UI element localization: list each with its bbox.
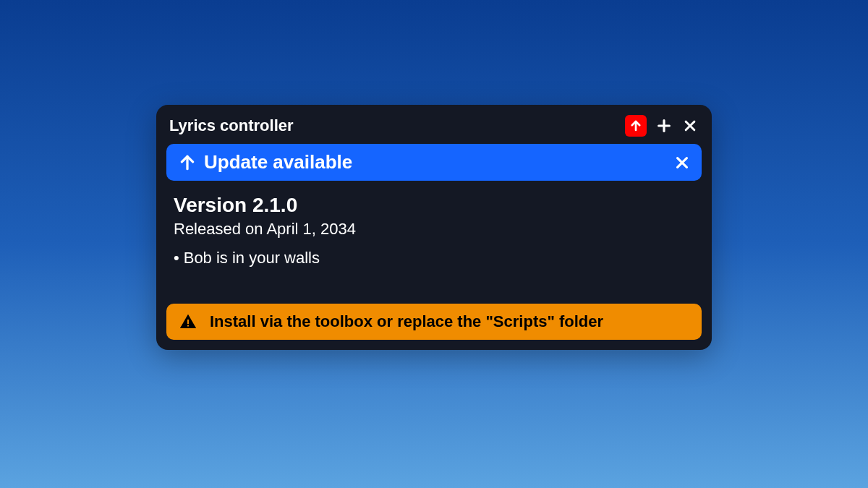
changelog-item: • Bob is in your walls — [174, 249, 694, 267]
update-banner-label: Update available — [204, 151, 667, 174]
arrow-up-icon — [178, 153, 197, 172]
warning-icon — [179, 313, 197, 330]
titlebar: Lyrics controller — [156, 105, 712, 144]
add-button[interactable] — [655, 117, 673, 134]
arrow-up-icon — [629, 119, 642, 132]
release-date: Released on April 1, 2034 — [174, 220, 694, 239]
version-info-section: Version 2.1.0 Released on April 1, 2034 … — [166, 194, 702, 267]
titlebar-controls — [625, 115, 699, 137]
install-instructions-banner: Install via the toolbox or replace the "… — [166, 304, 702, 340]
plus-icon — [656, 118, 672, 134]
update-dialog-window: Lyrics controller — [156, 105, 712, 350]
changelog-text: Bob is in your walls — [184, 249, 320, 267]
svg-rect-1 — [187, 325, 189, 327]
dismiss-banner-button[interactable] — [674, 155, 690, 171]
bullet-icon: • — [174, 249, 179, 267]
install-instructions-text: Install via the toolbox or replace the "… — [210, 312, 603, 331]
update-available-banner[interactable]: Update available — [166, 144, 702, 181]
close-window-button[interactable] — [681, 117, 699, 134]
close-icon — [683, 119, 697, 133]
dialog-content: Update available Version 2.1.0 Released … — [156, 144, 712, 350]
window-title: Lyrics controller — [169, 116, 294, 135]
update-indicator-button[interactable] — [625, 115, 647, 137]
changelog-list: • Bob is in your walls — [174, 249, 694, 267]
close-icon — [674, 155, 690, 171]
svg-rect-0 — [187, 320, 189, 324]
version-number: Version 2.1.0 — [174, 194, 694, 217]
